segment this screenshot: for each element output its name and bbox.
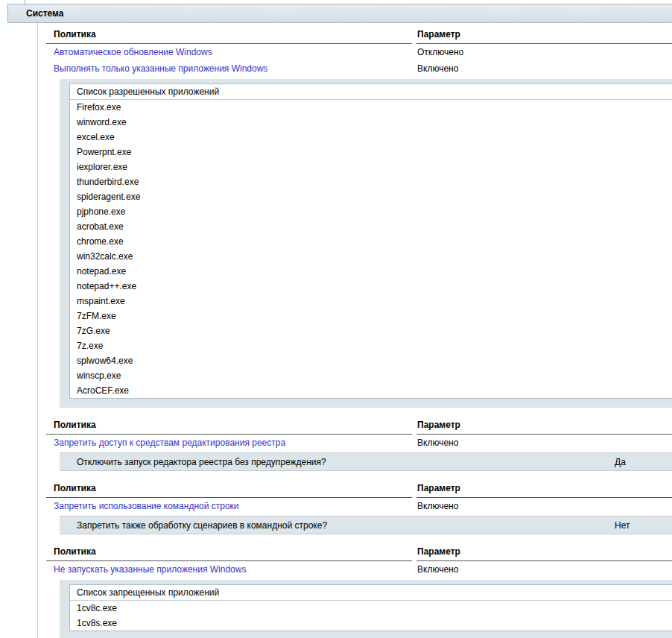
allowed-apps-panel: Список разрешенных приложений Firefox.ex… bbox=[60, 79, 672, 408]
policy-column-header: Политика bbox=[46, 415, 412, 435]
policy-setting-value: Включено bbox=[416, 498, 672, 514]
section-header-system[interactable]: Система bbox=[7, 4, 672, 23]
setting-column-header: Параметр bbox=[416, 25, 672, 44]
list-item: 1cv8c.exe bbox=[70, 601, 672, 616]
policy-table-windows-update: Политика Параметр Автоматическое обновле… bbox=[46, 25, 672, 77]
policy-row: Не запускать указанные приложения Window… bbox=[46, 561, 672, 578]
list-item: excel.exe bbox=[70, 130, 672, 145]
blocked-apps-list-box: Список запрещенных приложений 1cv8c.exe … bbox=[69, 584, 672, 631]
setting-column-header: Параметр bbox=[416, 415, 672, 435]
list-item: 7z.exe bbox=[70, 338, 672, 353]
policy-setting-value: Отключено bbox=[416, 44, 672, 60]
table-header-row: Политика Параметр bbox=[46, 415, 672, 435]
list-item: win32calc.exe bbox=[70, 249, 672, 264]
policy-setting-value: Включено bbox=[416, 60, 672, 77]
question-row: Запретить также обработку сценариев в ко… bbox=[60, 516, 672, 534]
policy-link-block-cmd[interactable]: Запретить использование командной строки bbox=[54, 501, 239, 511]
section-title: Система bbox=[26, 8, 64, 19]
list-item: notepad++.exe bbox=[70, 279, 672, 294]
table-header-row: Политика Параметр bbox=[46, 25, 672, 44]
policy-setting-value: Включено bbox=[416, 435, 672, 451]
list-item: acrobat.exe bbox=[70, 219, 672, 234]
policy-table-blocked-apps: Политика Параметр Не запускать указанные… bbox=[46, 542, 672, 578]
question-answer: Да bbox=[615, 457, 626, 467]
list-item: chrome.exe bbox=[70, 234, 672, 249]
list-item: AcroCEF.exe bbox=[70, 383, 672, 398]
list-item: notepad.exe bbox=[70, 264, 672, 279]
table-header-row: Политика Параметр bbox=[46, 542, 672, 561]
policy-row: Запретить доступ к средствам редактирова… bbox=[46, 435, 672, 451]
previous-section-border bbox=[25, 0, 25, 4]
gp-report-system-section: Система Политика Параметр Автоматическое… bbox=[0, 0, 672, 638]
list-title: Список разрешенных приложений bbox=[70, 84, 672, 100]
list-item: winword.exe bbox=[70, 115, 672, 130]
list-item: 1cv8s.exe bbox=[70, 616, 672, 631]
list-item: 7zG.exe bbox=[70, 323, 672, 338]
policy-column-header: Политика bbox=[46, 542, 412, 561]
policy-link-run-only-specified[interactable]: Выполнять только указанные приложения Wi… bbox=[54, 63, 267, 74]
policy-row: Запретить использование командной строки… bbox=[46, 498, 672, 514]
list-item: pjphone.exe bbox=[70, 204, 672, 219]
setting-column-header: Параметр bbox=[416, 479, 672, 498]
policy-link-block-registry-tools[interactable]: Запретить доступ к средствам редактирова… bbox=[54, 438, 285, 448]
allowed-apps-list-box: Список разрешенных приложений Firefox.ex… bbox=[69, 83, 672, 399]
policy-link-auto-update[interactable]: Автоматическое обновление Windows bbox=[54, 47, 212, 57]
policy-table-command-prompt: Политика Параметр Запретить использовани… bbox=[46, 479, 672, 514]
question-text: Запретить также обработку сценариев в ко… bbox=[77, 520, 327, 531]
section-content: Политика Параметр Автоматическое обновле… bbox=[37, 23, 672, 638]
policy-setting-value: Включено bbox=[416, 561, 672, 578]
list-item: winscp.exe bbox=[70, 368, 672, 383]
question-row: Отключить запуск редактора реестра без п… bbox=[60, 452, 672, 471]
list-title: Список запрещенных приложений bbox=[70, 585, 672, 601]
list-item: spideragent.exe bbox=[70, 189, 672, 204]
list-item: mspaint.exe bbox=[70, 294, 672, 309]
blocked-apps-panel: Список запрещенных приложений 1cv8c.exe … bbox=[60, 580, 672, 638]
policy-row: Выполнять только указанные приложения Wi… bbox=[46, 60, 672, 77]
policy-column-header: Политика bbox=[46, 479, 412, 498]
list-item: iexplorer.exe bbox=[70, 160, 672, 174]
setting-column-header: Параметр bbox=[416, 542, 672, 561]
list-item: 7zFM.exe bbox=[70, 309, 672, 323]
list-item: thunderbird.exe bbox=[70, 174, 672, 189]
question-answer: Нет bbox=[615, 520, 630, 531]
list-item: Powerpnt.exe bbox=[70, 145, 672, 160]
policy-link-dont-run-specified[interactable]: Не запускать указанные приложения Window… bbox=[54, 564, 246, 575]
policy-table-registry-tools: Политика Параметр Запретить доступ к сре… bbox=[46, 415, 672, 451]
table-header-row: Политика Параметр bbox=[46, 479, 672, 498]
list-item: Firefox.exe bbox=[70, 100, 672, 115]
question-text: Отключить запуск редактора реестра без п… bbox=[77, 457, 326, 467]
list-item: splwow64.exe bbox=[70, 353, 672, 368]
policy-row: Автоматическое обновление Windows Отключ… bbox=[46, 44, 672, 60]
policy-column-header: Политика bbox=[46, 25, 412, 44]
